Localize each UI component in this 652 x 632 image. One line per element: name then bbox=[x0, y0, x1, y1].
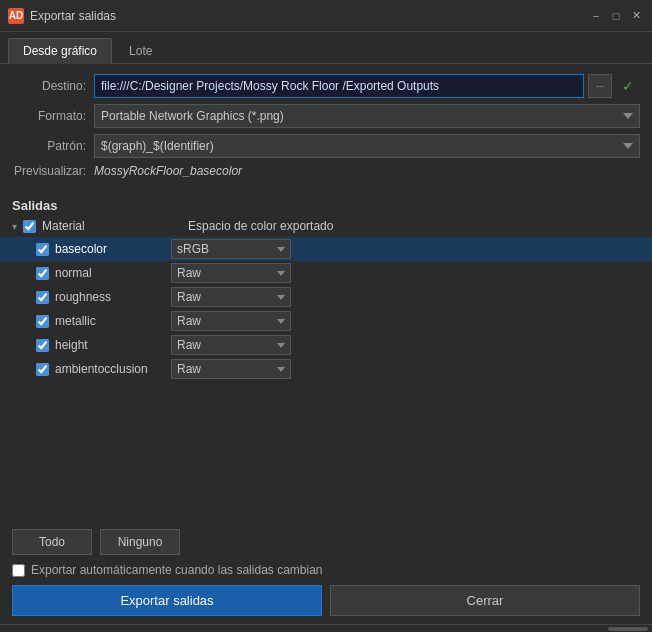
output-row-ambientocclusion: ambientocclusion sRGB Raw Linear Passthr… bbox=[12, 357, 640, 381]
browse-button[interactable]: ··· bbox=[588, 74, 612, 98]
colorspace-select-height[interactable]: sRGB Raw Linear Passthrough bbox=[171, 335, 291, 355]
patron-row: Patrón: $(graph)_$(Identifier) bbox=[12, 134, 640, 158]
destino-label: Destino: bbox=[12, 79, 94, 93]
formato-label: Formato: bbox=[12, 109, 94, 123]
colorspace-select-basecolor[interactable]: sRGB Raw Linear Passthrough bbox=[171, 239, 291, 259]
patron-field: $(graph)_$(Identifier) bbox=[94, 134, 640, 158]
exportar-button[interactable]: Exportar salidas bbox=[12, 585, 322, 616]
dialog-content: Desde gráfico Lote Destino: ··· ✓ Format… bbox=[0, 32, 652, 632]
destino-input[interactable] bbox=[94, 74, 584, 98]
output-name-height: height bbox=[55, 338, 165, 352]
output-name-roughness: roughness bbox=[55, 290, 165, 304]
output-row-metallic: metallic sRGB Raw Linear Passthrough bbox=[12, 309, 640, 333]
output-row-roughness: roughness sRGB Raw Linear Passthrough bbox=[12, 285, 640, 309]
output-name-normal: normal bbox=[55, 266, 165, 280]
window-controls: − □ ✕ bbox=[588, 8, 644, 24]
scrollbar-area bbox=[0, 624, 652, 632]
outputs-section-title: Salidas bbox=[0, 192, 652, 217]
output-row-normal: normal sRGB Raw Linear Passthrough bbox=[12, 261, 640, 285]
checkbox-ambientocclusion[interactable] bbox=[36, 363, 49, 376]
output-row-height: height sRGB Raw Linear Passthrough bbox=[12, 333, 640, 357]
confirm-button[interactable]: ✓ bbox=[616, 74, 640, 98]
destino-field: ··· ✓ bbox=[94, 74, 640, 98]
formato-row: Formato: Portable Network Graphics (*.pn… bbox=[12, 104, 640, 128]
bottom-area: Todo Ninguno Exportar automáticamente cu… bbox=[0, 521, 652, 624]
outputs-area: ▾ Material Espacio de color exportado ba… bbox=[0, 217, 652, 521]
window-title: Exportar salidas bbox=[30, 9, 582, 23]
checkbox-height[interactable] bbox=[36, 339, 49, 352]
output-name-basecolor: basecolor bbox=[55, 242, 165, 256]
formato-select[interactable]: Portable Network Graphics (*.png) bbox=[94, 104, 640, 128]
cerrar-button[interactable]: Cerrar bbox=[330, 585, 640, 616]
auto-export-row: Exportar automáticamente cuando las sali… bbox=[12, 563, 640, 577]
outputs-header: ▾ Material Espacio de color exportado bbox=[12, 217, 640, 237]
col-colorspace-header: Espacio de color exportado bbox=[188, 219, 333, 233]
output-row-basecolor: basecolor sRGB Raw Linear Passthrough bbox=[0, 237, 652, 261]
action-row: Exportar salidas Cerrar bbox=[12, 585, 640, 616]
ninguno-button[interactable]: Ninguno bbox=[100, 529, 180, 555]
form-area: Destino: ··· ✓ Formato: Portable Network… bbox=[0, 64, 652, 192]
checkbox-metallic[interactable] bbox=[36, 315, 49, 328]
title-bar: AD Exportar salidas − □ ✕ bbox=[0, 0, 652, 32]
checkbox-basecolor[interactable] bbox=[36, 243, 49, 256]
todo-ninguno-row: Todo Ninguno bbox=[12, 529, 640, 555]
formato-field: Portable Network Graphics (*.png) bbox=[94, 104, 640, 128]
colorspace-select-roughness[interactable]: sRGB Raw Linear Passthrough bbox=[171, 287, 291, 307]
colorspace-select-ambientocclusion[interactable]: sRGB Raw Linear Passthrough bbox=[171, 359, 291, 379]
minimize-button[interactable]: − bbox=[588, 8, 604, 24]
patron-label: Patrón: bbox=[12, 139, 94, 153]
output-name-ambientocclusion: ambientocclusion bbox=[55, 362, 165, 376]
previsualizar-row: Previsualizar: MossyRockFloor_basecolor bbox=[12, 164, 640, 178]
output-name-metallic: metallic bbox=[55, 314, 165, 328]
previsualizar-label: Previsualizar: bbox=[12, 164, 94, 178]
checkbox-roughness[interactable] bbox=[36, 291, 49, 304]
col-material-header: Material bbox=[42, 219, 182, 233]
colorspace-select-metallic[interactable]: sRGB Raw Linear Passthrough bbox=[171, 311, 291, 331]
tabs-container: Desde gráfico Lote bbox=[0, 32, 652, 64]
colorspace-select-normal[interactable]: sRGB Raw Linear Passthrough bbox=[171, 263, 291, 283]
close-button[interactable]: ✕ bbox=[628, 8, 644, 24]
checkbox-normal[interactable] bbox=[36, 267, 49, 280]
material-master-checkbox[interactable] bbox=[23, 220, 36, 233]
expand-icon[interactable]: ▾ bbox=[12, 221, 17, 232]
tab-desde-grafico[interactable]: Desde gráfico bbox=[8, 38, 112, 64]
auto-export-checkbox[interactable] bbox=[12, 564, 25, 577]
previsualizar-value: MossyRockFloor_basecolor bbox=[94, 164, 242, 178]
destino-row: Destino: ··· ✓ bbox=[12, 74, 640, 98]
scrollbar-thumb[interactable] bbox=[608, 627, 648, 631]
maximize-button[interactable]: □ bbox=[608, 8, 624, 24]
todo-button[interactable]: Todo bbox=[12, 529, 92, 555]
app-icon: AD bbox=[8, 8, 24, 24]
patron-select[interactable]: $(graph)_$(Identifier) bbox=[94, 134, 640, 158]
auto-export-label: Exportar automáticamente cuando las sali… bbox=[31, 563, 323, 577]
tab-lote[interactable]: Lote bbox=[114, 38, 167, 63]
